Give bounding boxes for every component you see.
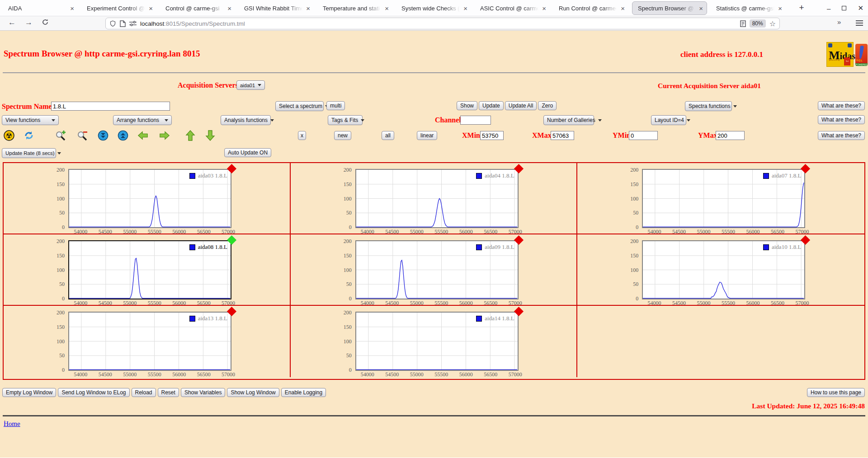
browser-tab[interactable]: Control @ carme-gsi× [160, 1, 235, 15]
arrange-functions-dropdown[interactable]: Arrange functions [113, 115, 172, 125]
refresh-icon[interactable] [24, 130, 34, 141]
zoom-in-icon[interactable] [55, 130, 66, 141]
page-icon[interactable] [120, 20, 126, 27]
arrow-right-icon[interactable] [159, 130, 170, 141]
tab-close-icon[interactable]: × [385, 5, 389, 12]
auto-update-button[interactable]: Auto Update ON [224, 148, 271, 157]
number-of-galleries-dropdown[interactable]: Number of Galleries [543, 115, 594, 125]
tab-close-icon[interactable]: × [621, 5, 625, 12]
spectra-functions-dropdown[interactable]: Spectra functions [685, 101, 732, 111]
zero-button[interactable]: Zero [538, 101, 557, 110]
arrow-left-icon[interactable] [137, 130, 148, 141]
what-are-these-button[interactable]: What are these? [818, 131, 865, 140]
plot-area[interactable]: aida07 1.8.L [642, 169, 805, 228]
spectrum-name-input[interactable] [51, 102, 170, 111]
expand-icon[interactable] [118, 130, 128, 141]
xmin-input[interactable] [480, 131, 504, 140]
url-bar[interactable]: localhost:8015/Spectrum/Spectrum.tml 80%… [105, 18, 780, 29]
hamburger-menu-icon[interactable] [856, 19, 863, 28]
layout-id-dropdown[interactable]: Layout ID=4 [651, 115, 686, 125]
update-rate-dropdown[interactable]: Update Rate (8 secs) [2, 148, 56, 158]
new-button[interactable]: new [334, 131, 351, 140]
what-are-these-button[interactable]: What are these? [818, 101, 865, 110]
reset-button[interactable]: Reset [158, 388, 179, 397]
reload-button[interactable]: Reload [132, 388, 156, 397]
tab-close-icon[interactable]: × [227, 5, 231, 12]
show-button[interactable]: Show [457, 101, 477, 110]
back-button[interactable]: ← [8, 18, 16, 27]
plot-area[interactable]: aida09 1.8.L [355, 240, 519, 299]
browser-tab[interactable]: Run Control @ carme-× [553, 1, 628, 15]
view-functions-dropdown[interactable]: View functions [2, 115, 59, 125]
browser-tab[interactable]: Experiment Control @ c× [81, 1, 156, 15]
reload-button[interactable] [42, 19, 49, 28]
empty-log-window-button[interactable]: Empty Log Window [2, 388, 56, 397]
browser-tab[interactable]: Temperature and stati× [317, 1, 392, 15]
radiation-icon[interactable]: ☢ [4, 130, 14, 141]
update-all-button[interactable]: Update All [505, 101, 537, 110]
maximize-button[interactable] [842, 6, 846, 10]
bookmark-star-icon[interactable]: ☆ [769, 19, 776, 28]
y-tick-label: 150 [57, 181, 65, 188]
browser-tab[interactable]: Statistics @ carme-gsi× [711, 1, 786, 15]
ymin-input[interactable] [629, 131, 658, 140]
x-axis-button[interactable]: x [298, 131, 306, 140]
plot-area[interactable]: aida10 1.8.L [642, 240, 805, 299]
shield-icon[interactable] [109, 20, 116, 27]
new-tab-button[interactable]: + [796, 2, 807, 14]
plot-area[interactable]: aida04 1.8.L [355, 169, 519, 228]
window-close-button[interactable]: ✕ [858, 4, 863, 12]
y-tick-label: 200 [630, 167, 638, 173]
show-variables-button[interactable]: Show Variables [181, 388, 226, 397]
browser-tab[interactable]: AIDA× [3, 1, 78, 15]
browser-tab[interactable]: ASIC Control @ carme× [475, 1, 550, 15]
overflow-menu-icon[interactable]: » [837, 18, 841, 26]
plot-area[interactable]: aida14 1.8.L [355, 312, 519, 371]
chevron-down-icon [687, 119, 690, 122]
arrow-down-icon[interactable] [205, 130, 216, 141]
browser-tab[interactable]: GSI White Rabbit Time× [239, 1, 314, 15]
show-log-window-button[interactable]: Show Log Window [227, 388, 279, 397]
permissions-icon[interactable] [129, 21, 137, 26]
xmax-input[interactable] [551, 131, 574, 140]
browser-tab[interactable]: System wide Checks (× [396, 1, 471, 15]
linear-button[interactable]: linear [417, 131, 437, 140]
arrow-up-icon[interactable] [185, 130, 196, 141]
y-tick-label: 100 [630, 196, 638, 202]
tab-close-icon[interactable]: × [778, 5, 782, 12]
all-button[interactable]: all [382, 131, 394, 140]
ymin-label: YMin [613, 131, 631, 140]
acquisition-server-select[interactable]: aida01 [236, 80, 265, 90]
y-tick-label: 0 [636, 295, 638, 302]
update-button[interactable]: Update [479, 101, 504, 110]
client-address: client address is 127.0.0.1 [680, 50, 763, 59]
analysis-functions-dropdown[interactable]: Analysis functions [221, 115, 271, 125]
minimize-button[interactable]: – [827, 5, 830, 12]
send-log-window-to-elog-button[interactable]: Send Log Window to ELog [58, 388, 129, 397]
tab-close-icon[interactable]: × [699, 5, 703, 12]
browser-tab[interactable]: Spectrum Browser @ l× [632, 1, 707, 15]
enable-logging-button[interactable]: Enable Logging [281, 388, 326, 397]
collapse-icon[interactable] [98, 130, 108, 141]
select-spectrum-dropdown[interactable]: Select a spectrum [275, 101, 324, 111]
ymax-input[interactable] [716, 131, 745, 140]
tab-close-icon[interactable]: × [463, 5, 467, 12]
plot-area[interactable]: aida13 1.8.L [68, 312, 231, 371]
reader-view-icon[interactable] [740, 20, 746, 27]
what-are-these-button[interactable]: What are these? [818, 115, 865, 124]
multi-button[interactable]: multi [326, 101, 345, 110]
tags-fits-dropdown[interactable]: Tags & Fits [328, 115, 363, 125]
plot-area[interactable]: aida08 1.8.L [68, 240, 231, 299]
plot-area[interactable]: aida03 1.8.L [68, 169, 231, 228]
tab-close-icon[interactable]: × [149, 5, 153, 12]
zoom-level-badge[interactable]: 80% [750, 19, 766, 28]
channel-input[interactable] [460, 116, 491, 125]
tab-close-icon[interactable]: × [306, 5, 310, 12]
forward-button[interactable]: → [25, 18, 33, 27]
how-to-use-button[interactable]: How to use this page [807, 388, 865, 397]
tab-close-icon[interactable]: × [542, 5, 546, 12]
home-link[interactable]: Home [4, 420, 20, 428]
tab-close-icon[interactable]: × [70, 5, 74, 12]
zoom-out-icon[interactable] [77, 130, 88, 141]
tab-title: GSI White Rabbit Time [244, 5, 304, 12]
